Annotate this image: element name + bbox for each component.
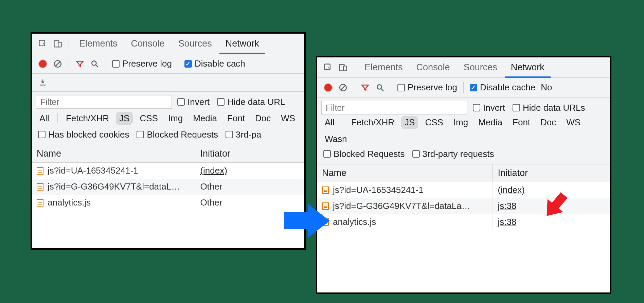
js-file-icon: [322, 186, 329, 194]
tab-network[interactable]: Network: [219, 34, 265, 54]
network-toolbar-row2: [32, 74, 304, 92]
type-wasm[interactable]: Wasn: [321, 132, 351, 146]
clear-icon[interactable]: [51, 57, 65, 71]
third-party-checkbox[interactable]: 3rd-pa: [223, 129, 263, 140]
disable-cache-checkbox[interactable]: ✓Disable cache: [468, 82, 537, 93]
network-toolbar: Preserve log ✓Disable cach: [32, 54, 304, 74]
type-all[interactable]: All: [321, 116, 338, 129]
type-fetch[interactable]: Fetch/XHR: [62, 112, 112, 125]
clear-icon[interactable]: [336, 81, 350, 94]
filter-toggle-icon[interactable]: [73, 57, 87, 71]
svg-rect-2: [58, 42, 61, 47]
table-row[interactable]: analytics.js js:38: [317, 214, 610, 230]
main-tabbar: Elements Console Sources Network: [32, 34, 304, 54]
search-icon[interactable]: [88, 57, 102, 71]
type-font[interactable]: Font: [509, 116, 534, 129]
svg-line-4: [56, 61, 60, 66]
divider: [106, 58, 106, 69]
table-row[interactable]: js?id=G-G36G49KV7T&l=dataL… Other: [32, 179, 304, 195]
type-doc[interactable]: Doc: [252, 112, 274, 125]
filter-bar: Invert Hide data URL All Fetch/XHR JS CS…: [32, 92, 304, 145]
preserve-log-checkbox[interactable]: Preserve log: [110, 58, 174, 69]
type-media[interactable]: Media: [190, 112, 220, 125]
svg-point-5: [92, 61, 96, 65]
js-file-icon: [322, 218, 329, 226]
table-row[interactable]: js?id=G-G36G49KV7T&l=dataLa… js:38: [317, 198, 610, 214]
type-css[interactable]: CSS: [422, 116, 446, 129]
tab-sources[interactable]: Sources: [172, 34, 218, 54]
svg-line-6: [96, 65, 98, 67]
type-css[interactable]: CSS: [136, 112, 161, 125]
divider: [69, 58, 69, 69]
table-row[interactable]: js?id=UA-165345241-1 (index): [32, 163, 304, 179]
blocked-cookies-checkbox[interactable]: Has blocked cookies: [36, 129, 131, 140]
disable-cache-label: Disable cach: [195, 58, 245, 69]
preserve-log-checkbox[interactable]: Preserve log: [395, 82, 459, 93]
js-file-icon: [37, 167, 43, 175]
devtools-panel-after: Elements Console Sources Network Preserv…: [316, 56, 611, 294]
type-fetch[interactable]: Fetch/XHR: [348, 116, 398, 129]
js-file-icon: [322, 202, 329, 210]
svg-rect-7: [40, 85, 46, 86]
invert-checkbox[interactable]: Invert: [175, 97, 212, 107]
divider: [391, 82, 391, 93]
divider: [354, 62, 354, 73]
record-button[interactable]: [321, 81, 335, 94]
filter-toggle-icon[interactable]: [358, 81, 372, 94]
type-font[interactable]: Font: [224, 112, 248, 125]
svg-line-12: [341, 85, 345, 90]
record-button[interactable]: [36, 57, 50, 71]
third-party-checkbox[interactable]: 3rd-party requests: [410, 149, 496, 159]
type-js[interactable]: JS: [116, 112, 133, 125]
inspect-element-icon[interactable]: [36, 37, 50, 51]
js-file-icon: [37, 183, 43, 191]
initiator-link[interactable]: js:38: [498, 201, 516, 211]
tab-elements[interactable]: Elements: [358, 57, 409, 78]
col-initiator-header[interactable]: Initiator: [195, 145, 304, 163]
svg-point-13: [377, 85, 381, 89]
svg-rect-10: [343, 66, 346, 71]
filter-input[interactable]: [321, 101, 467, 114]
blocked-requests-checkbox[interactable]: Blocked Requests: [321, 149, 407, 159]
device-toggle-icon[interactable]: [336, 61, 350, 74]
divider: [463, 82, 464, 93]
type-img[interactable]: Img: [165, 112, 186, 125]
download-har-icon[interactable]: [36, 76, 50, 89]
hide-data-urls-checkbox[interactable]: Hide data URLs: [511, 103, 587, 113]
type-js[interactable]: JS: [401, 116, 418, 129]
tab-console[interactable]: Console: [410, 57, 456, 78]
inspect-element-icon[interactable]: [321, 61, 335, 74]
truncated-label: No: [539, 82, 552, 93]
device-toggle-icon[interactable]: [51, 37, 65, 51]
initiator-link[interactable]: (index): [200, 165, 227, 176]
filter-input[interactable]: [36, 95, 172, 109]
type-doc[interactable]: Doc: [537, 116, 559, 129]
preserve-log-label: Preserve log: [122, 58, 172, 69]
tab-network[interactable]: Network: [505, 57, 551, 78]
type-ws[interactable]: WS: [278, 112, 299, 125]
tab-console[interactable]: Console: [125, 34, 171, 54]
tab-elements[interactable]: Elements: [73, 34, 124, 54]
col-name-header[interactable]: Name: [32, 145, 195, 163]
table-row[interactable]: analytics.js Other: [32, 195, 304, 211]
requests-table: Name Initiator js?id=UA-165345241-1 (ind…: [317, 164, 610, 230]
initiator-link[interactable]: js:38: [498, 217, 516, 227]
divider: [69, 38, 69, 49]
col-name-header[interactable]: Name: [317, 164, 493, 182]
type-all[interactable]: All: [36, 112, 53, 125]
disable-cache-checkbox[interactable]: ✓Disable cach: [182, 58, 247, 69]
requests-table: Name Initiator js?id=UA-165345241-1 (ind…: [32, 145, 304, 211]
blocked-requests-checkbox[interactable]: Blocked Requests: [135, 129, 220, 140]
type-media[interactable]: Media: [475, 116, 506, 129]
filter-bar: Invert Hide data URLs All Fetch/XHR JS C…: [317, 97, 610, 164]
tab-sources[interactable]: Sources: [458, 57, 503, 78]
hide-data-urls-checkbox[interactable]: Hide data URL: [215, 97, 287, 107]
col-initiator-header[interactable]: Initiator: [493, 164, 610, 182]
svg-line-14: [381, 89, 383, 91]
type-img[interactable]: Img: [450, 116, 471, 129]
type-ws[interactable]: WS: [563, 116, 584, 129]
table-row[interactable]: js?id=UA-165345241-1 (index): [317, 182, 610, 198]
initiator-link[interactable]: (index): [498, 185, 524, 195]
search-icon[interactable]: [373, 81, 387, 94]
invert-checkbox[interactable]: Invert: [471, 103, 507, 113]
